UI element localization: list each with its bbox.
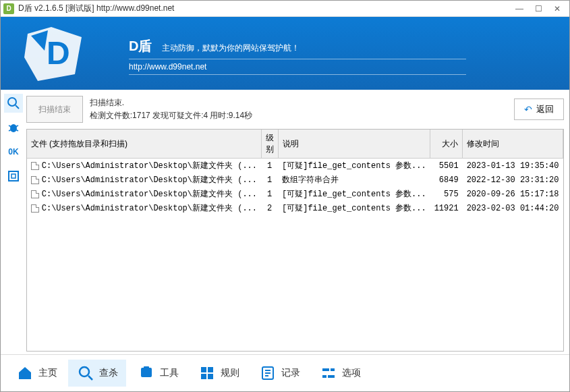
- cell-size: 11921: [430, 201, 463, 215]
- svg-text:D: D: [47, 35, 70, 71]
- cell-level: 2: [261, 201, 278, 215]
- return-button[interactable]: ↶ 返回: [514, 99, 564, 120]
- cell-time: 2020-09-26 15:17:18: [463, 187, 563, 201]
- nav-scan-label: 查杀: [99, 367, 118, 379]
- logo: D: [14, 24, 109, 87]
- brand-title: D盾: [129, 37, 152, 55]
- status-row: 扫描结束 扫描结束. 检测文件数:1717 发现可疑文件:4 用时:9.14秒 …: [26, 92, 564, 126]
- svg-point-3: [8, 98, 16, 106]
- titlebar: D D盾 v2.1.6.5 [测试版] http://www.d99net.ne…: [1, 1, 569, 17]
- header-level[interactable]: 级别: [261, 130, 278, 159]
- svg-rect-18: [201, 374, 206, 379]
- header-time[interactable]: 修改时间: [463, 130, 563, 159]
- header-size[interactable]: 大小: [430, 130, 463, 159]
- cell-size: 5501: [430, 159, 463, 173]
- table-row[interactable]: C:\Users\Administrator\Desktop\新建文件夹 (..…: [27, 201, 563, 215]
- nav-log[interactable]: 记录: [250, 360, 308, 387]
- nav-scan[interactable]: 查杀: [68, 360, 126, 387]
- cell-desc: [可疑]file_get_contents 参数...: [278, 187, 430, 201]
- cell-desc: [可疑]file_get_contents 参数...: [278, 159, 430, 173]
- cell-file: C:\Users\Administrator\Desktop\新建文件夹 (..…: [27, 201, 261, 215]
- status-line2: 检测文件数:1717 发现可疑文件:4 用时:9.14秒: [90, 109, 514, 122]
- status-text: 扫描结束. 检测文件数:1717 发现可疑文件:4 用时:9.14秒: [90, 96, 514, 122]
- window-title: D盾 v2.1.6.5 [测试版] http://www.d99net.net: [18, 3, 510, 14]
- scan-end-button[interactable]: 扫描结束: [26, 96, 83, 123]
- side-tab-search[interactable]: [4, 94, 23, 113]
- svg-rect-11: [11, 174, 16, 178]
- table-header-row: 文件 (支持拖放目录和扫描) 级别 说明 大小 修改时间: [27, 130, 563, 159]
- cell-file: C:\Users\Administrator\Desktop\新建文件夹 (..…: [27, 187, 261, 201]
- options-icon: [319, 364, 338, 383]
- cell-desc: [可疑]file_get_contents 参数...: [278, 201, 430, 215]
- file-icon: [31, 162, 39, 170]
- cell-size: 6849: [430, 173, 463, 187]
- nav-rules[interactable]: 规则: [190, 360, 248, 387]
- svg-rect-19: [208, 374, 213, 379]
- svg-rect-26: [322, 375, 326, 378]
- close-button[interactable]: ✕: [548, 2, 567, 16]
- file-icon: [31, 204, 39, 213]
- banner: D D盾 主动防御，默默为你的网站保驾护航！ http://www.d99net…: [1, 17, 569, 90]
- return-label: 返回: [536, 103, 554, 115]
- results-table: 文件 (支持拖放目录和扫描) 级别 说明 大小 修改时间 C:\Users\Ad…: [26, 129, 564, 352]
- svg-rect-16: [201, 367, 206, 372]
- side-tab-square[interactable]: [4, 167, 23, 186]
- maximize-button[interactable]: ☐: [529, 2, 548, 16]
- svg-rect-17: [208, 367, 213, 372]
- header-file[interactable]: 文件 (支持拖放目录和扫描): [27, 130, 261, 159]
- svg-point-5: [10, 124, 17, 132]
- cell-time: 2023-01-13 19:35:40: [463, 159, 563, 173]
- svg-line-4: [16, 105, 19, 109]
- brand-url: http://www.d99net.net: [129, 59, 466, 75]
- return-icon: ↶: [524, 104, 532, 115]
- status-line1: 扫描结束.: [90, 96, 514, 109]
- cell-level: 1: [261, 173, 278, 187]
- log-icon: [258, 364, 277, 383]
- cell-level: 1: [261, 187, 278, 201]
- bottom-nav: 主页 查杀 工具 规则 记录 选项: [1, 354, 569, 391]
- svg-rect-15: [144, 366, 149, 369]
- svg-rect-14: [141, 368, 152, 377]
- nav-tools-label: 工具: [160, 367, 179, 379]
- side-tabs: 0K: [1, 90, 26, 354]
- svg-line-13: [88, 376, 92, 380]
- svg-rect-25: [331, 368, 335, 371]
- nav-home-label: 主页: [38, 367, 57, 379]
- search-icon: [76, 364, 95, 383]
- nav-log-label: 记录: [281, 367, 300, 379]
- nav-rules-label: 规则: [221, 367, 239, 379]
- nav-options[interactable]: 选项: [311, 360, 369, 387]
- app-icon: D: [3, 3, 14, 14]
- svg-rect-10: [9, 171, 18, 181]
- cell-level: 1: [261, 159, 278, 173]
- side-tab-ok[interactable]: 0K: [4, 142, 23, 161]
- file-icon: [31, 190, 39, 198]
- brand-subtitle: 主动防御，默默为你的网站保驾护航！: [162, 43, 300, 53]
- side-tab-bug[interactable]: [4, 118, 23, 137]
- minimize-button[interactable]: —: [510, 2, 529, 16]
- cell-desc: 数组字符串合并: [278, 173, 430, 187]
- nav-options-label: 选项: [342, 367, 361, 379]
- nav-tools[interactable]: 工具: [129, 360, 187, 387]
- svg-point-12: [80, 367, 89, 376]
- header-desc[interactable]: 说明: [278, 130, 430, 159]
- svg-rect-27: [328, 375, 335, 378]
- cell-size: 575: [430, 187, 463, 201]
- cell-time: 2022-12-30 23:31:20: [463, 173, 563, 187]
- cell-file: C:\Users\Administrator\Desktop\新建文件夹 (..…: [27, 173, 261, 187]
- tools-icon: [137, 364, 156, 383]
- brand-text: D盾 主动防御，默默为你的网站保驾护航！: [129, 37, 300, 55]
- file-icon: [31, 176, 39, 184]
- nav-home[interactable]: 主页: [7, 360, 65, 387]
- svg-rect-24: [322, 368, 329, 371]
- table-row[interactable]: C:\Users\Administrator\Desktop\新建文件夹 (..…: [27, 187, 563, 201]
- cell-time: 2023-02-03 01:44:20: [463, 201, 563, 215]
- table-row[interactable]: C:\Users\Administrator\Desktop\新建文件夹 (..…: [27, 159, 563, 173]
- rules-icon: [198, 364, 217, 383]
- cell-file: C:\Users\Administrator\Desktop\新建文件夹 (..…: [27, 159, 261, 173]
- home-icon: [16, 364, 34, 383]
- table-row[interactable]: C:\Users\Administrator\Desktop\新建文件夹 (..…: [27, 173, 563, 187]
